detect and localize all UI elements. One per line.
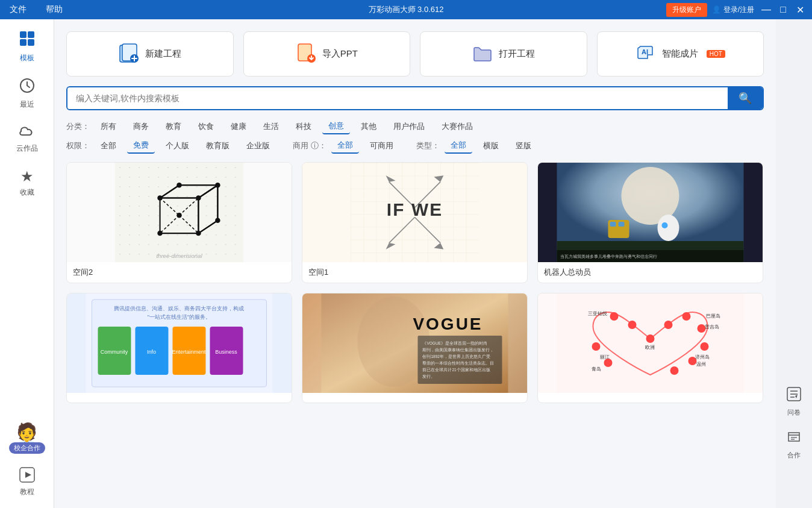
svg-point-84 (664, 321, 672, 329)
template-robot[interactable]: 当瓦力城我英雄多事儿堆叠中奔跑与勇气和信念同行 机器人总动员 (537, 162, 763, 283)
cooperate-icon (786, 429, 802, 448)
svg-rect-15 (115, 163, 243, 262)
perm-all[interactable]: 全部 (95, 139, 122, 153)
svg-rect-0 (20, 31, 27, 38)
svg-point-83 (646, 334, 654, 343)
filter-food[interactable]: 饮食 (192, 119, 220, 134)
template-title-tencent (67, 393, 292, 403)
login-label: 登录/注册 (723, 5, 754, 15)
template-space2[interactable]: three-dimensional 空间2 (66, 162, 292, 283)
maximize-button[interactable]: □ (776, 2, 790, 17)
sidebar-item-recent[interactable]: 最近 (4, 72, 50, 116)
sidebar-item-xiaoqi[interactable]: 🧑‍💼 校企合作 (4, 422, 50, 454)
svg-point-89 (670, 366, 678, 375)
perm-education[interactable]: 教育版 (200, 139, 236, 153)
cooperate-label: 合作 (787, 451, 801, 460)
window-controls: — □ ✕ (759, 2, 807, 17)
templates-container: three-dimensional 空间2 (66, 162, 764, 508)
svg-point-55 (661, 222, 667, 228)
search-button[interactable]: 🔍 (728, 87, 763, 109)
template-tencent[interactable]: 腾讯提供信息、沟通、娱乐、商务四大平台支持，构成 "一站式在线生活"的服务。 C… (66, 293, 292, 403)
svg-text:IF WE: IF WE (387, 199, 443, 219)
app-body: 模板 最近 云作品 ★ 收藏 🧑‍💼 (0, 19, 812, 508)
open-project-label: 打开工程 (499, 48, 535, 60)
svg-text:欧洲: 欧洲 (645, 345, 655, 350)
menu-help[interactable]: 帮助 (41, 3, 67, 16)
templates-icon (19, 30, 36, 51)
import-ppt-card[interactable]: 导入PPT (243, 31, 411, 77)
svg-rect-1 (28, 31, 34, 38)
type-landscape[interactable]: 横版 (477, 139, 505, 153)
survey-icon (786, 386, 802, 406)
sidebar-item-templates[interactable]: 模板 (4, 24, 50, 69)
filter-creative[interactable]: 创意 (322, 119, 350, 134)
svg-point-81 (610, 312, 618, 321)
template-thumb-space2: three-dimensional (67, 163, 292, 262)
filter-other[interactable]: 其他 (355, 119, 383, 134)
ai-create-icon: AI (636, 43, 656, 65)
filter-section: 分类： 所有 商务 教育 饮食 健康 生活 科技 创意 其他 用户作品 大赛作品… (66, 119, 764, 157)
action-row: 新建工程 导入PPT 打开工程 (66, 31, 764, 77)
sidebar-recent-label: 最近 (20, 99, 34, 110)
sidebar-item-cloud[interactable]: 云作品 (4, 118, 50, 160)
svg-text:"一站式在线生活"的服务。: "一站式在线生活"的服务。 (148, 314, 211, 320)
template-title-travel (538, 393, 763, 403)
ai-create-card[interactable]: AI 智能成片 HOT (597, 31, 764, 77)
new-project-label: 新建工程 (145, 48, 181, 60)
filter-health[interactable]: 健康 (225, 119, 252, 134)
titlebar-menu: 文件 帮助 (5, 3, 67, 16)
new-project-card[interactable]: 新建工程 (66, 31, 234, 77)
permissions-label: 权限： (66, 140, 90, 151)
template-space1[interactable]: IF WE 空间1 (302, 162, 528, 283)
filter-tech[interactable]: 科技 (290, 119, 317, 134)
recent-icon (19, 78, 35, 97)
perm-enterprise[interactable]: 企业版 (240, 139, 276, 153)
svg-text:Business: Business (215, 349, 237, 355)
close-button[interactable]: ✕ (793, 2, 807, 17)
login-button[interactable]: 👤 登录/注册 (712, 5, 754, 15)
type-all[interactable]: 全部 (445, 138, 472, 154)
menu-file[interactable]: 文件 (5, 3, 31, 16)
svg-text:创刊1892年，是世界上历史悠久广受: 创刊1892年，是世界上历史悠久广受 (422, 354, 490, 359)
right-panel-survey[interactable]: 问卷 (786, 386, 802, 417)
main-content: 新建工程 导入PPT 打开工程 (54, 19, 776, 508)
svg-text:腾讯提供信息、沟通、娱乐、商务四大平台支持，构成: 腾讯提供信息、沟通、娱乐、商务四大平台支持，构成 (114, 306, 244, 312)
open-project-icon (472, 43, 493, 65)
template-thumb-travel: 三亚铂悦 青岛 丽江 欧洲 温州 济州岛 普吉岛 巴厘岛 (538, 293, 763, 393)
commercial-all[interactable]: 全部 (331, 138, 359, 154)
commercial-label: 商用 ⓘ： (293, 140, 326, 151)
search-input[interactable] (67, 87, 728, 109)
svg-point-54 (657, 215, 679, 241)
svg-point-85 (682, 312, 690, 321)
minimize-button[interactable]: — (759, 2, 773, 17)
filter-life[interactable]: 生活 (257, 119, 285, 134)
perm-free[interactable]: 免费 (127, 138, 155, 154)
perm-personal[interactable]: 个人版 (160, 139, 195, 153)
filter-business[interactable]: 商务 (127, 119, 155, 134)
filter-all[interactable]: 所有 (95, 119, 122, 134)
svg-text:当瓦力城我英雄多事儿堆叠中奔跑与勇气和信念同行: 当瓦力城我英雄多事儿堆叠中奔跑与勇气和信念同行 (560, 254, 657, 259)
upgrade-button[interactable]: 升级账户 (666, 3, 707, 17)
svg-text:济州岛: 济州岛 (695, 354, 710, 360)
open-project-card[interactable]: 打开工程 (420, 31, 587, 77)
sidebar-item-tutorial[interactable]: 教程 (4, 461, 50, 503)
commercial-ok[interactable]: 可商用 (364, 139, 399, 153)
templates-grid: three-dimensional 空间2 (66, 162, 764, 410)
right-panel-cooperate[interactable]: 合作 (786, 429, 802, 460)
template-vogue[interactable]: VOGUE 《VOGUE》是全球首屈一指的时尚 期刊，由美国康泰纳仕集团出版发行… (302, 293, 528, 403)
category-label: 分类： (66, 121, 90, 132)
sidebar-item-favorites[interactable]: ★ 收藏 (4, 162, 50, 204)
filter-education[interactable]: 教育 (160, 119, 187, 134)
svg-rect-52 (610, 222, 616, 227)
template-title-robot: 机器人总动员 (538, 262, 763, 283)
template-travel-map[interactable]: 三亚铂悦 青岛 丽江 欧洲 温州 济州岛 普吉岛 巴厘岛 (537, 293, 763, 403)
template-title-space2: 空间2 (67, 262, 292, 283)
search-bar: 🔍 (66, 86, 764, 110)
type-portrait[interactable]: 竖版 (510, 139, 537, 153)
svg-text:巴厘岛: 巴厘岛 (706, 313, 720, 319)
svg-text:Entertainment: Entertainment (172, 349, 206, 355)
template-thumb-robot: 当瓦力城我英雄多事儿堆叠中奔跑与勇气和信念同行 (538, 163, 763, 262)
filter-user-works[interactable]: 用户作品 (387, 119, 431, 134)
sidebar: 模板 最近 云作品 ★ 收藏 🧑‍💼 (0, 19, 54, 508)
filter-contest[interactable]: 大赛作品 (436, 119, 479, 134)
